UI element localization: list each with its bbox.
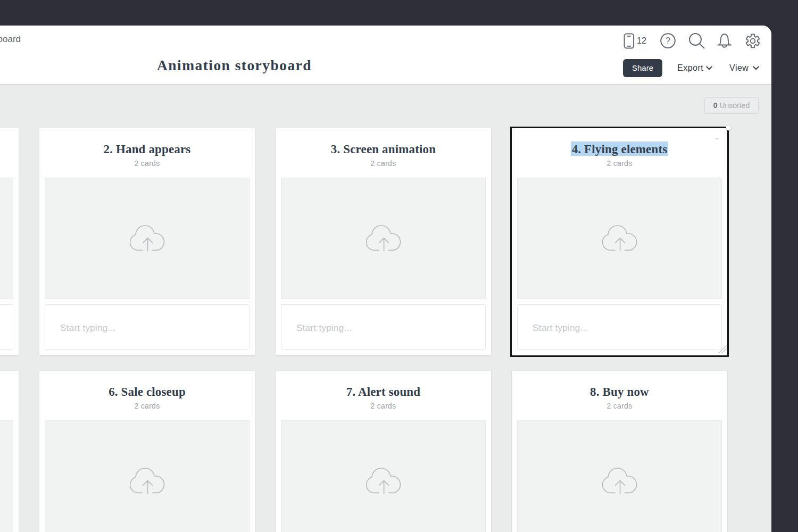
svg-text:?: ? xyxy=(666,36,670,45)
